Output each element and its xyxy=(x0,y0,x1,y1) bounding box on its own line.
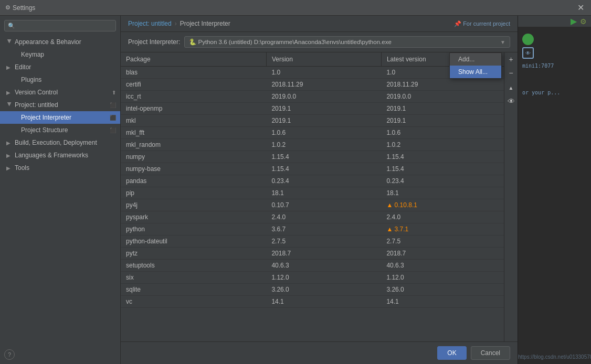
interpreter-select-dropdown[interactable]: 🐍 Python 3.6 (untitled) D:\programme\Ana… xyxy=(184,36,510,48)
table-row[interactable]: intel-openmp2019.12019.1 xyxy=(121,103,504,115)
sidebar-item-tools[interactable]: ▶ Tools xyxy=(0,162,120,174)
sidebar-label-editor: Editor xyxy=(15,63,31,71)
sidebar-label-vc: Version Control xyxy=(15,89,58,96)
table-row[interactable]: mkl2019.12019.1 xyxy=(121,115,504,127)
table-actions: + − ▲ 👁 xyxy=(504,52,518,341)
cell-package: icc_rt xyxy=(121,91,266,103)
breadcrumb: Project: untitled › Project Interpreter … xyxy=(121,16,518,32)
cell-version: 2019.1 xyxy=(266,103,381,115)
breadcrumb-current: Project Interpreter xyxy=(180,20,230,27)
cell-version: 1.12.0 xyxy=(266,272,381,284)
sidebar-label-project: Project: untitled xyxy=(15,101,58,109)
package-table: Package Version Latest version blas1.01.… xyxy=(121,52,504,341)
sidebar-item-project-untitled[interactable]: ▶ Project: untitled ⬛ xyxy=(0,99,120,111)
sidebar-items: ▶ Appearance & Behavior Keymap ▶ Editor … xyxy=(0,36,120,345)
cell-latest: 0.23.4 xyxy=(381,175,504,187)
sidebar-item-project-structure[interactable]: Project Structure ⬛ xyxy=(0,124,120,136)
table-row[interactable]: py4j0.10.7▲ 0.10.8.1 xyxy=(121,199,504,211)
table-row[interactable]: numpy-base1.15.41.15.4 xyxy=(121,163,504,175)
watermark: https://blog.csdn.net/u013305783 xyxy=(518,354,591,360)
cell-package: vc xyxy=(121,296,266,308)
expand-arrow-build: ▶ xyxy=(6,140,13,146)
column-header-version[interactable]: Version xyxy=(266,52,381,67)
close-button[interactable]: ✕ xyxy=(575,3,586,13)
table-row[interactable]: certifi2018.11.292018.11.29 xyxy=(121,79,504,91)
cell-version: 0.10.7 xyxy=(266,199,381,211)
breadcrumb-pin[interactable]: 📌 For current project xyxy=(454,20,510,27)
search-box[interactable]: 🔍 xyxy=(4,20,116,31)
cell-latest: 2019.1 xyxy=(381,103,504,115)
cell-latest: 2019.0.0 xyxy=(381,91,504,103)
sidebar-item-version-control[interactable]: ▶ Version Control ⬆ xyxy=(0,86,120,99)
run-icon[interactable]: ▶ xyxy=(571,16,577,26)
table-row[interactable]: pytz2018.72018.7 xyxy=(121,248,504,260)
cell-package: python-dateutil xyxy=(121,235,266,248)
sidebar-item-appearance-behavior[interactable]: ▶ Appearance & Behavior xyxy=(0,36,120,48)
cell-package: py4j xyxy=(121,199,266,211)
table-row[interactable]: mkl_random1.0.21.0.2 xyxy=(121,139,504,151)
cell-package: mkl_fft xyxy=(121,127,266,139)
breadcrumb-parent[interactable]: Project: untitled xyxy=(128,20,172,27)
table-row[interactable]: icc_rt2019.0.02019.0.0 xyxy=(121,91,504,103)
eye-button[interactable]: 👁 xyxy=(505,95,517,107)
table-row[interactable]: pandas0.23.40.23.4 xyxy=(121,175,504,187)
title-bar: ⚙ Settings ✕ xyxy=(0,0,591,16)
cancel-button[interactable]: Cancel xyxy=(471,346,510,360)
dropdown-item-show-all[interactable]: Show All... xyxy=(450,66,501,78)
expand-arrow-project: ▶ xyxy=(7,102,13,108)
table-row[interactable]: setuptools40.6.340.6.3 xyxy=(121,260,504,272)
content-panel: Project: untitled › Project Interpreter … xyxy=(121,16,518,364)
cell-latest: 2019.1 xyxy=(381,115,504,127)
sidebar-label-keymap: Keymap xyxy=(21,51,44,58)
sidebar-item-project-interpreter[interactable]: Project Interpreter ⬛ xyxy=(0,111,120,124)
cell-version: 2018.7 xyxy=(266,248,381,260)
packages-table: Package Version Latest version blas1.01.… xyxy=(121,52,504,308)
sidebar-item-languages[interactable]: ▶ Languages & Frameworks xyxy=(0,149,120,162)
expand-arrow-vc: ▶ xyxy=(6,90,13,95)
table-row[interactable]: sqlite3.26.03.26.0 xyxy=(121,284,504,296)
cell-package: blas xyxy=(121,67,266,79)
cell-latest: 2018.7 xyxy=(381,248,504,260)
table-row[interactable]: mkl_fft1.0.61.0.6 xyxy=(121,127,504,139)
cell-latest: 2.7.5 xyxy=(381,235,504,248)
table-row[interactable]: python3.6.7▲ 3.7.1 xyxy=(121,223,504,235)
cell-version: 2.4.0 xyxy=(266,211,381,223)
ok-button[interactable]: OK xyxy=(437,346,466,360)
table-wrapper: Package Version Latest version blas1.01.… xyxy=(121,52,518,341)
table-row[interactable]: vc14.114.1 xyxy=(121,296,504,308)
expand-arrow-languages: ▶ xyxy=(6,153,13,158)
breadcrumb-separator: › xyxy=(175,20,177,27)
table-row[interactable]: blas1.01.0 xyxy=(121,67,504,79)
sidebar-item-keymap[interactable]: Keymap xyxy=(0,48,120,61)
sidebar-item-editor[interactable]: ▶ Editor xyxy=(0,61,120,73)
table-row[interactable]: six1.12.01.12.0 xyxy=(121,272,504,284)
search-input[interactable] xyxy=(17,22,112,29)
remove-package-button[interactable]: − xyxy=(505,67,517,79)
interpreter-row: Project Interpreter: 🐍 Python 3.6 (untit… xyxy=(121,32,518,52)
vc-icon: ⬆ xyxy=(112,90,116,95)
sidebar-label-interpreter: Project Interpreter xyxy=(21,114,71,121)
cell-latest: 14.1 xyxy=(381,296,504,308)
sidebar-item-build[interactable]: ▶ Build, Execution, Deployment xyxy=(0,136,120,149)
add-package-button[interactable]: + xyxy=(505,53,517,65)
cell-version: 0.23.4 xyxy=(266,175,381,187)
column-header-package[interactable]: Package xyxy=(121,52,266,67)
table-row[interactable]: python-dateutil2.7.52.7.5 xyxy=(121,235,504,248)
cell-package: certifi xyxy=(121,79,266,91)
cell-version: 3.6.7 xyxy=(266,223,381,235)
cell-package: intel-openmp xyxy=(121,103,266,115)
cell-package: pandas xyxy=(121,175,266,187)
sidebar-label-appearance-behavior: Appearance & Behavior xyxy=(15,38,81,46)
cell-latest: ▲ 3.7.1 xyxy=(381,223,504,235)
scroll-up-button[interactable]: ▲ xyxy=(505,82,517,93)
cell-version: 18.1 xyxy=(266,187,381,199)
table-row[interactable]: numpy1.15.41.15.4 xyxy=(121,151,504,163)
gear-icon[interactable]: ⚙ xyxy=(580,17,587,26)
cell-version: 40.6.3 xyxy=(266,260,381,272)
table-row[interactable]: pyspark2.4.02.4.0 xyxy=(121,211,504,223)
help-button[interactable]: ? xyxy=(4,349,15,360)
sidebar-item-plugins[interactable]: Plugins xyxy=(0,73,120,86)
sidebar: 🔍 ▶ Appearance & Behavior Keymap ▶ Edito… xyxy=(0,16,121,364)
table-row[interactable]: pip18.118.1 xyxy=(121,187,504,199)
dropdown-item-add[interactable]: Add... xyxy=(450,53,501,66)
